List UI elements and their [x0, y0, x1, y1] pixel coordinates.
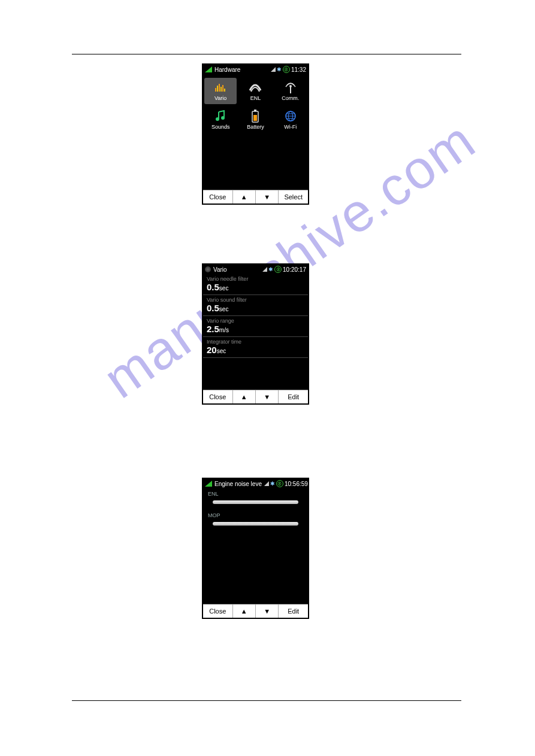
bluetooth-icon: ✱ [268, 266, 273, 272]
menu-item-vario[interactable]: Vario [204, 78, 237, 104]
svg-rect-5 [224, 89, 225, 92]
svg-rect-3 [220, 87, 222, 92]
edit-button[interactable]: Edit [279, 605, 308, 618]
slider-mop[interactable]: MOP [203, 510, 308, 532]
row-label: Vario sound filter [207, 297, 304, 303]
up-button[interactable]: ▲ [233, 390, 256, 403]
clock: 10:56:59 [285, 481, 308, 487]
down-button[interactable]: ▼ [256, 605, 279, 618]
device-screenshot-enl: Engine noise leve ✱ ⦿ 10:56:59 ENL MOP C… [202, 478, 309, 619]
gps-icon: ⦿ [283, 66, 290, 73]
gps-icon: ⦿ [274, 266, 282, 273]
menu-item-label: Comm. [282, 95, 299, 101]
button-bar: Close ▲ ▼ Select [203, 190, 308, 204]
flarm-icon [262, 267, 267, 272]
status-bar: Engine noise leve ✱ ⦿ 10:56:59 [203, 479, 308, 488]
enl-icon [249, 81, 262, 94]
menu-item-label: Battery [247, 124, 264, 130]
row-value: 0.5sec [207, 282, 304, 292]
close-button[interactable]: Close [203, 605, 233, 618]
device-screenshot-vario: Vario ✱ ⦿ 10:20:17 Vario needle filter 0… [202, 263, 309, 405]
battery-icon [249, 110, 262, 123]
row-vario-range[interactable]: Vario range 2.5m/s [203, 316, 308, 337]
button-bar: Close ▲ ▼ Edit [203, 604, 308, 618]
menu-item-sounds[interactable]: Sounds [203, 105, 238, 134]
globe-icon [284, 110, 297, 123]
row-vario-needle-filter[interactable]: Vario needle filter 0.5sec [203, 274, 308, 295]
device-screenshot-hardware: Hardware ✱ ⦿ 11:32 Vario ENL [202, 63, 309, 205]
slider-label: ENL [208, 491, 303, 497]
menu-item-label: Sounds [211, 124, 230, 130]
screen-title: Engine noise leve [214, 481, 262, 487]
menu-item-label: Vario [214, 95, 226, 101]
settings-list: Vario needle filter 0.5sec Vario sound f… [203, 274, 308, 358]
svg-rect-4 [222, 85, 223, 92]
clock: 10:20:17 [283, 266, 306, 273]
svg-rect-0 [215, 88, 216, 92]
up-button[interactable]: ▲ [233, 190, 256, 204]
svg-rect-1 [217, 86, 218, 92]
gps-icon: ⦿ [276, 480, 283, 487]
clock: 11:32 [291, 66, 306, 73]
menu-item-label: Wi-Fi [284, 124, 297, 130]
slider-track[interactable] [213, 522, 298, 526]
divider-top [72, 54, 461, 54]
antenna-icon [284, 81, 297, 94]
slider-enl[interactable]: ENL [203, 488, 308, 510]
row-label: Vario needle filter [207, 276, 304, 282]
svg-rect-2 [219, 84, 220, 92]
menu-item-label: ENL [250, 95, 261, 101]
menu-item-enl[interactable]: ENL [238, 77, 273, 105]
menu-item-comm[interactable]: Comm. [273, 77, 308, 105]
row-value: 20sec [207, 345, 304, 355]
row-label: Vario range [207, 318, 304, 324]
svg-point-8 [221, 116, 225, 120]
flarm-icon [264, 481, 269, 486]
down-button[interactable]: ▼ [256, 190, 279, 204]
menu-item-wifi[interactable]: Wi-Fi [273, 105, 308, 134]
slider-track[interactable] [213, 500, 298, 504]
row-vario-sound-filter[interactable]: Vario sound filter 0.5sec [203, 295, 308, 316]
screen-title: Vario [213, 266, 227, 273]
svg-rect-10 [254, 110, 256, 111]
signal-icon [205, 66, 212, 72]
divider-bottom [72, 700, 461, 701]
row-integrator-time[interactable]: Integrator time 20sec [203, 337, 308, 358]
up-button[interactable]: ▲ [233, 605, 256, 618]
hardware-menu-grid: Vario ENL Comm. Sounds [203, 74, 308, 136]
menu-item-battery[interactable]: Battery [238, 105, 273, 134]
status-bar: Vario ✱ ⦿ 10:20:17 [203, 265, 308, 274]
signal-icon [205, 481, 212, 487]
equalizer-icon [214, 81, 227, 94]
status-bar: Hardware ✱ ⦿ 11:32 [203, 65, 308, 74]
sliders-list: ENL MOP [203, 488, 308, 532]
svg-point-6 [289, 85, 292, 87]
title-icon [205, 266, 211, 272]
button-bar: Close ▲ ▼ Edit [203, 390, 308, 403]
row-value: 2.5m/s [207, 324, 304, 334]
row-label: Integrator time [207, 339, 304, 345]
close-button[interactable]: Close [203, 390, 233, 403]
svg-rect-11 [253, 115, 257, 121]
music-icon [214, 110, 227, 123]
close-button[interactable]: Close [203, 190, 233, 204]
down-button[interactable]: ▼ [256, 390, 279, 403]
slider-label: MOP [208, 512, 303, 518]
flarm-icon [271, 67, 276, 72]
select-button[interactable]: Select [279, 190, 308, 204]
edit-button[interactable]: Edit [279, 390, 308, 403]
bluetooth-icon: ✱ [277, 66, 282, 72]
screen-title: Hardware [214, 66, 240, 73]
bluetooth-icon: ✱ [270, 481, 275, 487]
row-value: 0.5sec [207, 303, 304, 313]
